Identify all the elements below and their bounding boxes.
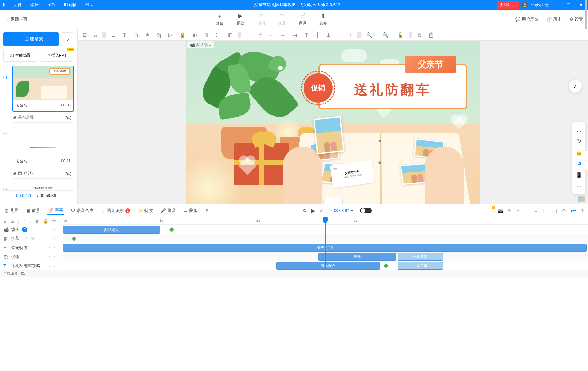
copy-icon[interactable]: ⧉ bbox=[416, 31, 423, 39]
collapse-canvas-button[interactable]: ⌄ bbox=[323, 198, 343, 204]
unlock-icon[interactable]: 🔓 bbox=[395, 31, 405, 39]
mobile-icon[interactable]: 📱 bbox=[572, 170, 585, 180]
home-icon[interactable]: ⌂ bbox=[92, 31, 99, 39]
track-camera[interactable]: 📹镜头?•• bbox=[0, 225, 63, 234]
restart-icon[interactable]: ↻ bbox=[303, 207, 307, 213]
edit-tool-icon[interactable]: ✎ bbox=[508, 208, 512, 213]
distribute-h-icon[interactable]: ⫤ bbox=[279, 31, 287, 39]
rotate-icon[interactable]: ↻ bbox=[572, 136, 585, 146]
zoom-in-icon[interactable]: 🔍+ bbox=[364, 31, 377, 39]
more-icon[interactable]: ⋯ bbox=[572, 181, 585, 191]
maximize-button[interactable]: □ bbox=[563, 2, 573, 8]
side-expand-button[interactable]: 〈 bbox=[583, 151, 588, 170]
tab-asr[interactable]: 🗩语音识别1 bbox=[101, 206, 131, 215]
slider-dot-icon[interactable]: ●━ bbox=[571, 208, 576, 213]
playhead[interactable] bbox=[325, 217, 326, 270]
toggle-switch[interactable] bbox=[360, 208, 372, 213]
timeline-tracks[interactable]: 0s 1s 2s 3s 默认镜头 晕光点-19 展开 一直显示 逐字渐变 bbox=[63, 217, 588, 270]
tab-foreground[interactable]: ▣前景 bbox=[26, 206, 41, 215]
scene-item-1[interactable]: 01 送礼防翻车 未命名00:03 bbox=[3, 66, 74, 112]
minimize-button[interactable]: ─ bbox=[551, 2, 561, 8]
undo-button[interactable]: ↶撤销 bbox=[257, 12, 265, 27]
v-top-icon[interactable]: ⊤ bbox=[303, 31, 311, 39]
keyframe[interactable] bbox=[71, 236, 77, 242]
tab-more[interactable]: ⊖ bbox=[205, 207, 209, 214]
publish-button[interactable]: ⬆发布 bbox=[319, 12, 327, 27]
play-button[interactable]: ▶ bbox=[311, 207, 315, 214]
filter-tool-icon[interactable]: ⫟ bbox=[525, 208, 529, 213]
flip-v-icon[interactable]: ▷ bbox=[166, 31, 174, 39]
import-ppt-button[interactable]: P插入PPTVIP bbox=[40, 49, 74, 62]
clip-camera[interactable]: 默认镜头 bbox=[63, 226, 160, 234]
tab-fx[interactable]: ✨特效 bbox=[137, 206, 154, 215]
align-center-icon[interactable]: ┿ bbox=[257, 31, 263, 39]
scene-item-2[interactable]: 02 未命名00:11 bbox=[3, 122, 74, 168]
align-bottom-icon[interactable]: ⊥ bbox=[109, 31, 117, 39]
redo-button[interactable]: ↷恢复 bbox=[278, 12, 286, 27]
eye-icon[interactable]: 👁 bbox=[52, 219, 56, 224]
fullscreen-icon[interactable]: ⛶ bbox=[572, 125, 585, 135]
tab-background[interactable]: ◫背景 bbox=[4, 206, 19, 215]
new-button[interactable]: ＋新建 bbox=[216, 12, 224, 27]
delete-icon[interactable]: 🗑 bbox=[31, 236, 35, 241]
keyframe[interactable] bbox=[383, 263, 389, 269]
login-link[interactable]: 登录/注册 bbox=[530, 2, 549, 8]
back-button[interactable]: 〈 返回主页 bbox=[5, 16, 27, 22]
menu-action[interactable]: 操作 bbox=[43, 0, 59, 10]
camera-tool-icon[interactable]: 📷 bbox=[498, 208, 503, 213]
align-baseline-icon[interactable]: ≙ bbox=[144, 31, 152, 39]
canvas-viewport[interactable]: 📹默认镜头 bbox=[78, 41, 588, 204]
history-button[interactable]: 🕓历史 bbox=[547, 16, 561, 22]
tab-mask[interactable]: ▭蒙版 bbox=[183, 206, 198, 215]
keyframe[interactable] bbox=[169, 227, 175, 233]
out-bracket-icon[interactable]: ⟧ bbox=[555, 208, 558, 213]
time-stepper[interactable]: − 00:03.92 + bbox=[327, 207, 356, 214]
lock-track-icon[interactable]: 🔒 bbox=[43, 219, 48, 224]
music-button[interactable]: ♪ bbox=[61, 32, 74, 46]
ai-scene-button[interactable]: AI智能场景 bbox=[3, 49, 37, 62]
crop-icon[interactable]: ◧ bbox=[226, 31, 234, 39]
transition-2[interactable]: ◉圆形转场2(s) bbox=[3, 169, 74, 178]
expand-icon[interactable]: ⤢ bbox=[319, 208, 323, 213]
track-title[interactable]: T送礼防翻车攻略••• bbox=[0, 261, 63, 270]
help-icon[interactable]: ? bbox=[22, 227, 27, 232]
bracket-icon[interactable]: ⟦⟧ bbox=[489, 208, 493, 213]
minus-button[interactable]: − bbox=[330, 208, 332, 213]
scene-item-3[interactable]: 03 推荐礼物 陪伴他—————— 未命名00:05 bbox=[3, 178, 74, 190]
clip-always-show-1[interactable]: 一直显示 bbox=[398, 253, 443, 261]
new-scene-button[interactable]: ＋新建场景 bbox=[3, 32, 59, 46]
track-light[interactable]: ✦晕光特效••• bbox=[0, 243, 63, 252]
v-bot-icon[interactable]: ⊥ bbox=[325, 31, 333, 39]
lock-icon[interactable]: 🔒 bbox=[177, 31, 187, 39]
align-middle-icon[interactable]: ⫛ bbox=[132, 31, 141, 39]
distribute-v-icon[interactable]: ⫥ bbox=[291, 31, 299, 39]
delete-icon[interactable]: 🗑 bbox=[202, 31, 211, 39]
adjust-tool-icon[interactable]: ⫠ bbox=[534, 208, 538, 213]
cursor-icon[interactable]: ⊡ bbox=[81, 31, 89, 39]
plus-button[interactable]: + bbox=[351, 208, 353, 213]
edit-icon[interactable]: ✎ bbox=[25, 236, 28, 241]
paste-icon[interactable]: 📋 bbox=[426, 31, 436, 39]
add-track-icon[interactable]: ⊞ bbox=[3, 219, 7, 224]
in-bracket-icon[interactable]: ⟦ bbox=[549, 208, 551, 213]
duplicate-icon[interactable]: ⊡ bbox=[11, 219, 14, 224]
move-up-icon[interactable]: ↑ bbox=[23, 219, 25, 224]
align-top-icon[interactable]: ⊤ bbox=[121, 31, 129, 39]
opacity-icon[interactable]: ◐ bbox=[191, 31, 199, 39]
flip-h-icon[interactable]: ⧎ bbox=[155, 31, 163, 39]
transition-1[interactable]: ◉幕布层叠2(s) bbox=[3, 114, 74, 122]
settings-button[interactable]: ⚙设置 bbox=[570, 16, 583, 22]
clip-always-show-2[interactable]: 一直显示 bbox=[398, 262, 443, 270]
track-subtitle[interactable]: ▦字幕✎🗑•• bbox=[0, 234, 63, 243]
zoom-out-tool-icon[interactable]: ⊖ bbox=[562, 208, 566, 213]
move-down-icon[interactable]: ↓ bbox=[29, 219, 31, 224]
menu-timeline[interactable]: 时间轴 bbox=[60, 0, 80, 10]
corner-thumbnail[interactable] bbox=[578, 196, 585, 202]
trash-icon[interactable]: 🗑 bbox=[35, 219, 39, 224]
close-button[interactable]: ✕ bbox=[576, 2, 585, 8]
upgrade-button[interactable]: 升级账户 bbox=[497, 1, 519, 9]
track-promo[interactable]: 🖼促销••• bbox=[0, 252, 63, 261]
menu-file[interactable]: 文件 bbox=[10, 0, 26, 10]
zoom-in-tool-icon[interactable]: ⊕ bbox=[580, 208, 584, 213]
clip-expand[interactable]: 展开 bbox=[318, 253, 396, 261]
